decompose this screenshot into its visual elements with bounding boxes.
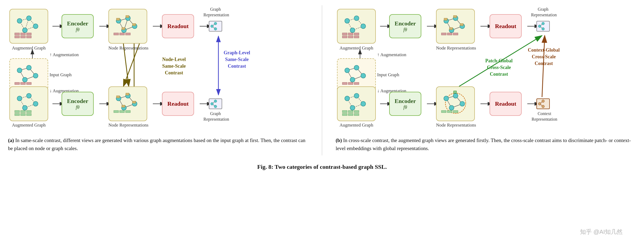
diagram-canvas-a: Augmented Graph Encoder fθ: [8, 5, 308, 134]
svg-rect-174: [354, 113, 359, 116]
svg-point-26: [26, 16, 31, 21]
svg-rect-66: [26, 82, 31, 85]
svg-rect-186: [447, 110, 452, 113]
svg-rect-129: [354, 36, 359, 38]
svg-point-55: [214, 28, 217, 30]
node-rep-top-label: Node Representations: [108, 45, 147, 51]
svg-point-28: [22, 28, 27, 33]
aug-graph-bottom: [9, 86, 48, 121]
svg-rect-65: [21, 82, 25, 85]
svg-rect-90: [126, 93, 129, 95]
node-rep-top-b: [436, 9, 475, 44]
caption-b-label: (b): [336, 138, 343, 143]
aug-up-label: ↑ Augmentation: [50, 52, 79, 58]
svg-rect-46: [132, 24, 136, 26]
svg-rect-45: [126, 16, 129, 18]
svg-rect-138: [444, 18, 447, 20]
svg-point-180: [444, 96, 449, 101]
svg-rect-158: [342, 82, 347, 85]
svg-rect-169: [342, 110, 347, 113]
aug-graph-top-b-nodes: [342, 13, 371, 40]
svg-rect-140: [460, 24, 463, 26]
svg-rect-92: [122, 105, 125, 107]
svg-rect-89: [116, 96, 120, 98]
svg-rect-34: [26, 36, 31, 38]
readout-top: Readout: [162, 14, 194, 38]
diagram-canvas-b: Augmented Graph Encoder fθ: [336, 5, 636, 134]
svg-rect-184: [454, 91, 456, 93]
encoder-sub-top: fθ: [76, 27, 79, 33]
svg-rect-142: [441, 33, 446, 35]
svg-rect-64: [15, 82, 20, 85]
svg-point-149: [542, 28, 544, 30]
context-rep-box: [536, 98, 550, 109]
patch-global-label: Patch-GlobalCross-ScaleContrast: [480, 58, 518, 78]
context-rep-label: ContextRepresentation: [531, 111, 558, 122]
diagrams-row: Augmented Graph Encoder fθ: [8, 5, 636, 155]
node-rep-bottom-b-nodes: [441, 90, 470, 117]
svg-rect-48: [114, 33, 119, 35]
input-graph-nodes: [14, 62, 44, 89]
svg-point-72: [26, 93, 31, 98]
svg-rect-32: [15, 36, 20, 38]
svg-point-53: [211, 25, 213, 28]
aug-graph-bottom-b: [337, 86, 376, 121]
node-level-contrast-label: Node-LevelSame-ScaleContrast: [155, 56, 193, 77]
svg-point-191: [542, 100, 544, 102]
node-rep-top: [108, 9, 147, 44]
svg-point-123: [350, 28, 355, 33]
svg-point-98: [211, 102, 213, 105]
svg-rect-170: [348, 110, 353, 113]
caption-a-text: In same-scale contrast, different views …: [8, 138, 305, 151]
svg-rect-124: [342, 33, 347, 35]
graph-level-contrast-label: Graph-LevelSame-ScaleContrast: [219, 49, 254, 70]
encoder-sub-bottom-b: fθ: [403, 105, 407, 110]
svg-rect-79: [21, 113, 25, 116]
readout-label-bottom: Readout: [167, 100, 188, 107]
aug-graph-bottom-nodes: [14, 90, 44, 117]
node-rep-bottom-b: [436, 86, 475, 121]
svg-rect-143: [447, 33, 452, 35]
aug-graph-bottom-b-label: Augmented Graph: [337, 123, 376, 128]
svg-point-25: [17, 18, 22, 23]
graph-rep-box-top-b: [536, 21, 550, 32]
caption-b: (b) In cross-scale contrast, the augment…: [336, 134, 636, 155]
node-rep-bottom-b-label: Node Representations: [436, 123, 475, 128]
svg-rect-187: [453, 110, 458, 113]
svg-point-60: [17, 68, 22, 73]
node-rep-bottom-label: Node Representations: [108, 123, 147, 128]
svg-rect-95: [126, 110, 130, 113]
svg-rect-30: [21, 33, 25, 35]
svg-point-166: [354, 93, 359, 98]
readout-label-bottom-b: Readout: [495, 100, 516, 107]
aug-graph-top-b: [337, 9, 376, 44]
svg-point-27: [33, 24, 38, 29]
encoder-bottom-b: Encoder fθ: [389, 92, 421, 116]
svg-point-156: [361, 73, 366, 78]
input-graph-label: Input Graph: [50, 72, 72, 78]
svg-rect-171: [354, 110, 359, 113]
svg-point-183: [449, 105, 454, 110]
svg-rect-160: [354, 82, 359, 85]
svg-point-182: [460, 101, 465, 106]
svg-point-61: [26, 65, 31, 70]
readout-bottom: Readout: [162, 92, 194, 116]
svg-rect-139: [453, 16, 457, 18]
aug-graph-top-label: Augmented Graph: [9, 45, 48, 51]
svg-rect-93: [114, 110, 119, 113]
encoder-label-bottom-b: Encoder: [395, 98, 416, 105]
svg-rect-33: [21, 36, 25, 38]
caption-b-text: In cross-scale contrast, the augmented g…: [336, 138, 631, 151]
section-b: Augmented Graph Encoder fθ: [336, 5, 636, 155]
svg-point-157: [350, 77, 355, 82]
graph-rep-label-top: GraphRepresentation: [203, 7, 228, 18]
svg-rect-127: [342, 36, 347, 38]
svg-point-181: [453, 93, 458, 98]
encoder-top: Encoder fθ: [62, 14, 94, 38]
readout-label-top: Readout: [167, 23, 188, 30]
node-rep-bottom-nodes: [113, 90, 143, 117]
caption-a-label: (a): [8, 138, 15, 143]
svg-point-168: [350, 105, 355, 110]
encoder-label-top: Encoder: [67, 20, 88, 27]
section-divider: [322, 5, 322, 155]
